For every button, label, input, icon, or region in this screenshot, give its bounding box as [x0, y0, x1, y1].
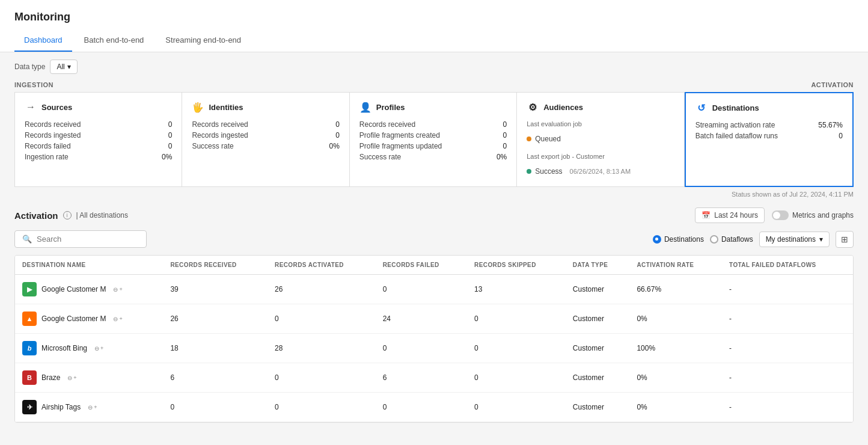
table-row[interactable]: ▲ Google Customer M ⊖+ 26 0 24 0 Custome… — [15, 304, 853, 334]
filter-tag-icon[interactable]: ⊖+ — [113, 316, 122, 322]
table-row[interactable]: b Microsoft Bing ⊖+ 18 28 0 0 Customer 1… — [15, 334, 853, 363]
last-evaluation-label: Last evaluation job — [527, 120, 674, 127]
profiles-row-fragments-created: Profile fragments created 0 — [359, 131, 507, 140]
records-skipped: 0 — [467, 363, 566, 393]
batch-failed-row: Batch failed dataflow runs 0 — [695, 132, 843, 140]
radio-filled-icon — [653, 235, 661, 244]
success-status: Success 06/26/2024, 8:13 AM — [527, 167, 674, 176]
records-activated: 0 — [267, 363, 376, 393]
queued-dot — [527, 137, 531, 141]
streaming-rate-value: 55.67% — [818, 121, 843, 129]
success-date: 06/26/2024, 8:13 AM — [570, 168, 631, 175]
records-failed: 0 — [376, 275, 467, 304]
table-header: DESTINATION NAME RECORDS RECEIVED RECORD… — [15, 256, 853, 275]
records-activated: 26 — [267, 275, 376, 304]
sources-card: → Sources Records received 0 Records ing… — [14, 92, 182, 187]
table-row[interactable]: ▶ Google Customer M ⊖+ 39 26 0 13 Custom… — [15, 275, 853, 304]
search-icon: 🔍 — [22, 235, 32, 244]
value: 0% — [162, 153, 172, 161]
records-received: 39 — [163, 275, 267, 304]
info-icon[interactable]: i — [63, 211, 72, 219]
profiles-title-text: Profiles — [376, 103, 405, 112]
toggle-control[interactable] — [772, 210, 789, 220]
records-skipped: 13 — [467, 275, 566, 304]
table-row[interactable]: ✈ Airship Tags ⊖+ 0 0 0 0 Customer 0% - — [15, 393, 853, 422]
profiles-row-success: Success rate 0% — [359, 153, 507, 161]
dest-name-cell: ▲ Google Customer M ⊖+ — [15, 304, 163, 334]
destinations-icon: ↺ — [695, 102, 708, 114]
audiences-rows: Last evaluation job Queued Last export j… — [527, 120, 674, 178]
label: Success rate — [359, 153, 401, 161]
dataflows-radio[interactable]: Dataflows — [710, 235, 753, 244]
label: Records ingested — [25, 131, 81, 140]
total-failed: - — [722, 363, 853, 393]
queued-status: Queued — [527, 135, 674, 143]
col-records-failed: RECORDS FAILED — [376, 256, 467, 275]
activation-header: Activation i | All destinations 📅 Last 2… — [14, 207, 854, 223]
dest-name: Microsoft Bing — [41, 344, 87, 352]
records-received: 26 — [163, 304, 267, 334]
columns-icon[interactable]: ⊞ — [836, 231, 854, 248]
search-input[interactable] — [37, 235, 139, 244]
table-header-row: DESTINATION NAME RECORDS RECEIVED RECORD… — [15, 256, 853, 275]
profiles-title: 👤 Profiles — [359, 101, 507, 113]
label: Ingestion rate — [25, 153, 69, 161]
col-data-type: DATA TYPE — [566, 256, 630, 275]
data-type-label: Data type — [14, 63, 45, 71]
tab-streaming[interactable]: Streaming end-to-end — [156, 31, 251, 52]
total-failed: - — [722, 393, 853, 422]
label: Records failed — [25, 142, 71, 150]
identities-row-ingested: Records ingested 0 — [192, 131, 339, 140]
activation-title: Activation — [14, 210, 58, 221]
dest-name-cell: B Braze ⊖+ — [15, 363, 163, 393]
col-destination-name: DESTINATION NAME — [15, 256, 163, 275]
activation-section: Activation i | All destinations 📅 Last 2… — [0, 198, 868, 248]
total-failed: - — [722, 304, 853, 334]
tab-batch[interactable]: Batch end-to-end — [75, 31, 154, 52]
destinations-radio[interactable]: Destinations — [653, 235, 704, 244]
data-type-value: All — [57, 63, 64, 71]
records-failed: 0 — [376, 334, 467, 363]
ingestion-label: INGESTION — [14, 81, 53, 88]
table-row[interactable]: B Braze ⊖+ 6 0 6 0 Customer 0% - — [15, 363, 853, 393]
fingerprint-icon: 🖐 — [192, 101, 204, 113]
label: Records received — [192, 120, 248, 129]
dest-name-cell: ✈ Airship Tags ⊖+ — [15, 393, 163, 422]
filter-tag-icon[interactable]: ⊖+ — [88, 404, 97, 411]
my-destinations-dropdown[interactable]: My destinations ▾ — [759, 232, 830, 247]
activation-rate: 0% — [629, 393, 722, 422]
metrics-label: Metrics and graphs — [792, 211, 854, 219]
filter-tag-icon[interactable]: ⊖+ — [67, 375, 76, 381]
queued-label: Queued — [535, 135, 561, 143]
time-filter-dropdown[interactable]: 📅 Last 24 hours — [695, 207, 765, 223]
sources-row-rate: Ingestion rate 0% — [25, 153, 172, 161]
success-label: Success — [535, 167, 562, 176]
label: Records received — [25, 120, 81, 129]
col-records-received: RECORDS RECEIVED — [163, 256, 267, 275]
streaming-rate-label: Streaming activation rate — [695, 121, 775, 129]
records-failed: 6 — [376, 363, 467, 393]
sources-row-received: Records received 0 — [25, 120, 172, 129]
records-skipped: 0 — [467, 304, 566, 334]
sources-row-ingested: Records ingested 0 — [25, 131, 172, 140]
total-failed: - — [722, 334, 853, 363]
value: 0 — [168, 142, 173, 150]
col-records-activated: RECORDS ACTIVATED — [267, 256, 376, 275]
sources-rows: Records received 0 Records ingested 0 Re… — [25, 120, 172, 161]
col-records-skipped: RECORDS SKIPPED — [467, 256, 566, 275]
filter-tag-icon[interactable]: ⊖+ — [94, 345, 103, 352]
label: Profile fragments updated — [359, 142, 442, 150]
tab-dashboard[interactable]: Dashboard — [14, 31, 72, 52]
radio-inner — [655, 238, 658, 241]
records-skipped: 0 — [467, 334, 566, 363]
activation-rate: 0% — [629, 304, 722, 334]
metrics-toggle[interactable]: Metrics and graphs — [772, 210, 854, 220]
data-type-dropdown[interactable]: All ▾ — [50, 60, 77, 74]
activation-rate: 66.67% — [629, 275, 722, 304]
records-skipped: 0 — [467, 393, 566, 422]
identities-row-received: Records received 0 — [192, 120, 339, 129]
dest-name: Airship Tags — [41, 403, 81, 411]
destinations-table-wrapper: DESTINATION NAME RECORDS RECEIVED RECORD… — [14, 255, 854, 423]
col-total-failed: TOTAL FAILED DATAFLOWS — [722, 256, 853, 275]
filter-tag-icon[interactable]: ⊖+ — [113, 286, 122, 293]
